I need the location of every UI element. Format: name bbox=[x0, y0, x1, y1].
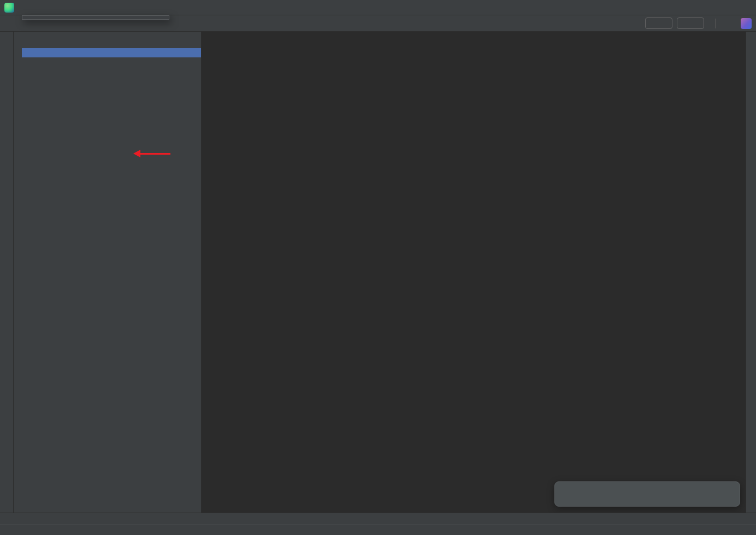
device-selector[interactable] bbox=[677, 17, 704, 29]
android-studio-logo-icon bbox=[4, 3, 14, 13]
hide-panel-icon[interactable] bbox=[187, 36, 194, 43]
statusbar bbox=[0, 525, 756, 535]
phone-icon bbox=[681, 19, 689, 27]
project-tree-selected-row[interactable] bbox=[22, 48, 201, 57]
notification-balloon bbox=[554, 481, 740, 507]
android-studio-window bbox=[0, 0, 756, 535]
info-icon bbox=[563, 488, 571, 496]
annotation-arrow bbox=[133, 150, 170, 157]
android-icon bbox=[649, 19, 657, 27]
titlebar bbox=[0, 0, 756, 15]
editor-area bbox=[202, 32, 745, 513]
left-tool-stripe bbox=[0, 32, 14, 513]
file-menu bbox=[22, 15, 169, 20]
toolbar-separator bbox=[715, 19, 716, 28]
chevron-down-icon bbox=[663, 20, 669, 26]
tool-window-bar bbox=[0, 513, 756, 525]
right-tool-stripe bbox=[746, 32, 756, 513]
run-config-selector[interactable] bbox=[645, 17, 672, 29]
project-panel-controls bbox=[170, 36, 194, 43]
gear-icon[interactable] bbox=[170, 36, 178, 43]
notification-header bbox=[563, 488, 732, 496]
toolbar-actions bbox=[628, 17, 756, 30]
arrow-shaft bbox=[140, 153, 170, 155]
chevron-down-icon bbox=[694, 20, 700, 26]
chevron-down-icon[interactable] bbox=[15, 49, 22, 56]
user-avatar[interactable] bbox=[741, 18, 752, 29]
build-wrench-icon[interactable] bbox=[628, 17, 641, 30]
arrow-head bbox=[133, 150, 140, 157]
project-panel bbox=[14, 32, 202, 513]
